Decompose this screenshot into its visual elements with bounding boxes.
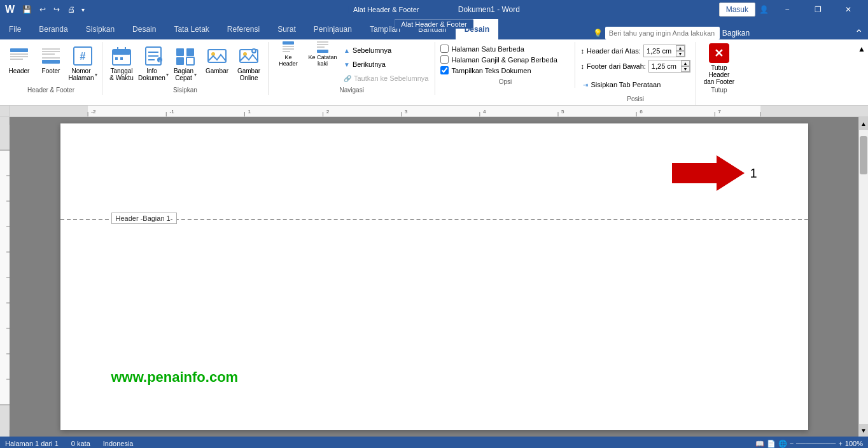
- header-atas-icon: ↕: [580, 47, 584, 55]
- word-count: 0 kata: [71, 440, 90, 447]
- ke-header-button[interactable]: KeHeader: [272, 43, 304, 64]
- page-body[interactable]: www.penainfo.com: [60, 220, 808, 411]
- svg-rect-1: [10, 53, 28, 55]
- halaman-satu-checkbox[interactable]: Halaman Satu Berbeda: [440, 45, 570, 53]
- nomor-halaman-label: Nomor Halaman ▾: [68, 67, 97, 81]
- svg-rect-6: [42, 53, 55, 55]
- save-btn[interactable]: 💾: [20, 4, 34, 15]
- footer-dari-bawah: ↕ Footer dari Bawah: 1,25 cm ▲ ▼: [580, 60, 690, 73]
- minimize-ribbon-btn[interactable]: ⌃: [850, 27, 868, 39]
- posisi-group-label: Posisi: [580, 94, 690, 102]
- svg-rect-39: [317, 44, 328, 45]
- minimize-button[interactable]: −: [773, 0, 802, 19]
- website-text: www.penainfo.com: [111, 369, 239, 386]
- tab-container: Alat Header & Footer File Beranda Sisipk…: [0, 19, 868, 39]
- ke-catatan-btn[interactable]: Ke Catatankaki: [305, 43, 340, 64]
- footer-icon: [41, 46, 61, 66]
- tab-referensi[interactable]: Referensi: [218, 19, 269, 39]
- masuk-button[interactable]: Masuk: [719, 3, 755, 17]
- svg-text:#: #: [80, 51, 86, 62]
- tampilkan-teks-checkbox[interactable]: Tampilkan Teks Dokumen: [440, 66, 570, 74]
- tab-sisipkan[interactable]: Sisipkan: [77, 19, 123, 39]
- sisipkan-tab-button[interactable]: ⇥ Sisipkan Tab Perataan: [580, 78, 690, 92]
- zoom-in-btn[interactable]: +: [838, 440, 842, 447]
- document-title: Alat Header & Footer Dokumen1 - Word: [348, 5, 520, 14]
- read-mode-btn[interactable]: 📖: [755, 440, 764, 448]
- chevron-down-icon: ▾: [95, 72, 97, 78]
- scroll-thumb[interactable]: [860, 136, 867, 174]
- bagian-cepat-icon: [175, 46, 195, 66]
- gambar-online-button[interactable]: GambarOnline: [234, 43, 264, 85]
- header-atas-up[interactable]: ▲: [676, 45, 685, 51]
- scroll-down-btn[interactable]: ▼: [859, 424, 868, 437]
- tab-tata-letak[interactable]: Tata Letak: [165, 19, 218, 39]
- scrollbar-vertical[interactable]: ▲ ▼: [858, 117, 868, 437]
- svg-rect-25: [176, 57, 184, 65]
- footer-bawah-spinner[interactable]: ▲ ▼: [681, 60, 690, 72]
- alat-hf-tab: Alat Header & Footer: [394, 19, 473, 29]
- print-layout-btn[interactable]: 📄: [767, 440, 776, 448]
- bagikan-label[interactable]: Bagikan: [722, 29, 750, 38]
- header-dari-atas: ↕ Header dari Atas: 1,25 cm ▲ ▼: [580, 45, 690, 57]
- undo-btn[interactable]: ↩: [37, 4, 48, 15]
- footer-bawah-input[interactable]: 1,25 cm ▲ ▼: [648, 60, 690, 73]
- web-view-btn[interactable]: 🌐: [778, 440, 787, 448]
- ke-catatan-button[interactable]: Ke Catatankaki: [305, 43, 340, 64]
- redo-btn[interactable]: ↪: [51, 4, 62, 15]
- title-bar-right: Masuk 👤 − ❐ ✕: [719, 0, 863, 19]
- svg-rect-5: [42, 51, 60, 52]
- halaman-satu-input[interactable]: [440, 45, 449, 53]
- tautkan-button[interactable]: 🔗 Tautkan ke Sebelumnya: [341, 71, 431, 85]
- tampilkan-teks-input[interactable]: [440, 66, 449, 74]
- hf-group-label: Header & Footer: [4, 85, 98, 94]
- ribbon: Header Footer: [0, 39, 868, 106]
- ribbon-group-tutup: ✕ Tutup Headerdan Footer Tutup: [696, 42, 742, 95]
- svg-rect-34: [283, 41, 294, 45]
- svg-text:3: 3: [405, 109, 408, 115]
- info-dokumen-button[interactable]: i InfoDokumen ▾: [138, 43, 169, 85]
- dropdown-btn[interactable]: ▾: [80, 5, 86, 15]
- halaman-ganjil-checkbox[interactable]: Halaman Ganjil & Genap Berbeda: [440, 55, 570, 64]
- sebelumnya-button[interactable]: ▲ Sebelumnya: [341, 43, 431, 57]
- info-chevron-icon: ▾: [166, 72, 169, 78]
- header-atas-spinner[interactable]: ▲ ▼: [676, 45, 685, 57]
- ke-header-btn[interactable]: KeHeader: [272, 43, 304, 64]
- header-atas-down[interactable]: ▼: [676, 51, 685, 57]
- document-scroll[interactable]: 1 Header -Bagian 1- www.penainfo.com: [10, 117, 858, 437]
- print-btn[interactable]: 🖨: [65, 4, 78, 15]
- lightbulb-icon: 💡: [593, 29, 603, 38]
- footer-button[interactable]: Footer: [36, 43, 66, 85]
- tab-surat[interactable]: Surat: [269, 19, 305, 39]
- halaman-ganjil-input[interactable]: [440, 55, 449, 64]
- footer-bawah-down[interactable]: ▼: [681, 66, 690, 72]
- footer-bawah-up[interactable]: ▲: [681, 60, 690, 66]
- scroll-track[interactable]: [859, 130, 868, 424]
- restore-button[interactable]: ❐: [803, 0, 832, 19]
- ribbon-group-sisipkan: Tanggal& Waktu i InfoDokumen ▾: [102, 42, 269, 95]
- scroll-up-btn[interactable]: ▲: [859, 117, 868, 130]
- header-atas-input[interactable]: 1,25 cm ▲ ▼: [643, 45, 685, 57]
- tanggal-button[interactable]: Tanggal& Waktu: [106, 43, 137, 85]
- svg-rect-16: [120, 57, 123, 60]
- tab-desain[interactable]: Desain: [123, 19, 165, 39]
- ribbon-group-header-footer: Header Footer: [0, 42, 102, 95]
- zoom-slider[interactable]: ────────: [796, 440, 836, 447]
- svg-text:4: 4: [483, 109, 486, 115]
- ribbon-collapse-btn[interactable]: ▲: [855, 42, 868, 56]
- svg-rect-4: [42, 48, 60, 50]
- search-input[interactable]: [605, 27, 720, 39]
- close-x-icon: ✕: [709, 43, 729, 63]
- header-button[interactable]: Header: [4, 43, 34, 85]
- svg-rect-3: [10, 59, 23, 60]
- tab-file[interactable]: File: [0, 19, 30, 39]
- zoom-out-btn[interactable]: −: [790, 440, 794, 447]
- gambar-button[interactable]: Gambar: [202, 43, 232, 85]
- nomor-halaman-button[interactable]: # Nomor Halaman ▾: [67, 43, 98, 85]
- footer-bawah-icon: ↕: [580, 62, 584, 70]
- tutup-button[interactable]: ✕ Tutup Headerdan Footer: [701, 43, 737, 85]
- close-button[interactable]: ✕: [834, 0, 863, 19]
- bagian-cepat-button[interactable]: BagianCepat ▾: [170, 43, 200, 85]
- tab-peninjauan[interactable]: Peninjauan: [305, 19, 361, 39]
- berikutnya-button[interactable]: ▼ Berikutnya: [341, 57, 431, 71]
- tab-beranda[interactable]: Beranda: [30, 19, 76, 39]
